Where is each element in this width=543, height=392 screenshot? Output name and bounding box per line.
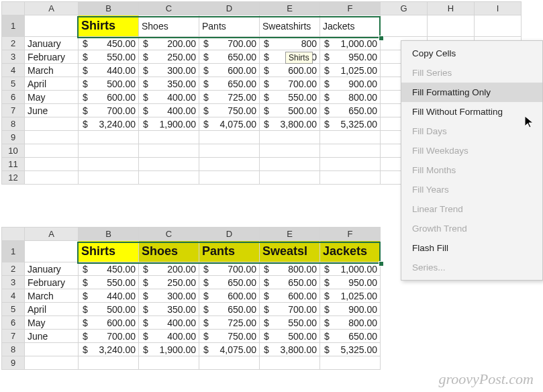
cell[interactable]	[320, 144, 381, 158]
cell[interactable]: January	[25, 37, 79, 50]
cell[interactable]: 800.00	[320, 316, 381, 330]
cell[interactable]: 600.00	[260, 64, 320, 77]
cell[interactable]: 800.00	[320, 91, 381, 104]
row-header[interactable]: 1	[2, 241, 25, 262]
cell[interactable]: 1,025.00	[320, 289, 381, 303]
cell-header-pants[interactable]: Pants	[199, 15, 260, 37]
cell-total[interactable]: 4,075.00	[199, 343, 260, 356]
col-header-A[interactable]: A	[25, 2, 79, 15]
cell[interactable]: 600.00	[260, 289, 320, 303]
row-header[interactable]: 8	[2, 343, 25, 356]
cell[interactable]	[139, 171, 199, 185]
cell[interactable]	[199, 131, 260, 144]
cell[interactable]	[25, 241, 79, 262]
cell[interactable]: 800	[260, 37, 320, 50]
cell[interactable]: April	[25, 303, 79, 316]
cell[interactable]	[79, 158, 139, 171]
cell[interactable]: 440.00	[79, 289, 139, 303]
menu-copy-cells[interactable]: Copy Cells	[401, 44, 542, 63]
cell[interactable]: June	[25, 330, 79, 343]
col-header-I[interactable]: I	[475, 2, 522, 15]
cell[interactable]	[79, 356, 139, 370]
cell[interactable]	[320, 131, 381, 144]
cell[interactable]: 1,025.00	[320, 64, 381, 77]
cell-total[interactable]: 1,900.00	[139, 117, 199, 131]
cell[interactable]	[139, 131, 199, 144]
cell[interactable]: 500.00	[260, 330, 320, 343]
row-header[interactable]: 10	[2, 144, 25, 158]
cell[interactable]: 700.00	[199, 262, 260, 276]
cell[interactable]: 750.00	[199, 104, 260, 117]
row-header[interactable]: 9	[2, 356, 25, 370]
cell[interactable]: 800.00	[260, 262, 320, 276]
row-header[interactable]: 4	[2, 289, 25, 303]
row-header[interactable]: 2	[2, 262, 25, 276]
cell[interactable]: April	[25, 77, 79, 91]
row-header[interactable]: 7	[2, 330, 25, 343]
cell[interactable]	[199, 356, 260, 370]
cell[interactable]: 300.00	[139, 64, 199, 77]
cell[interactable]: 200.00	[139, 37, 199, 50]
col-header-G[interactable]: G	[381, 2, 428, 15]
cell[interactable]	[199, 158, 260, 171]
cell[interactable]: 1,000.00	[320, 262, 381, 276]
cell[interactable]	[475, 15, 522, 37]
col-header-A[interactable]: A	[25, 228, 79, 241]
cell[interactable]: 650.00	[199, 303, 260, 316]
cell[interactable]: 700.00	[260, 77, 320, 91]
col-header-E[interactable]: E	[260, 2, 320, 15]
cell[interactable]: January	[25, 262, 79, 276]
cell[interactable]	[139, 158, 199, 171]
col-header-F[interactable]: F	[320, 2, 381, 15]
col-header-B[interactable]: B	[79, 228, 139, 241]
cell-header-jackets[interactable]: Jackets	[320, 15, 381, 37]
row-header[interactable]: 9	[2, 131, 25, 144]
cell[interactable]: 700.00	[260, 303, 320, 316]
cell[interactable]: 650.00	[320, 104, 381, 117]
fill-handle-icon[interactable]	[379, 261, 384, 266]
row-header[interactable]: 2	[2, 37, 25, 50]
cell[interactable]	[199, 144, 260, 158]
cell-total[interactable]: 5,325.00	[320, 117, 381, 131]
cell[interactable]: 700.00	[199, 37, 260, 50]
col-header-E[interactable]: E	[260, 228, 320, 241]
cell[interactable]: 1,000.00	[320, 37, 381, 50]
cell[interactable]: June	[25, 104, 79, 117]
cell[interactable]: May	[25, 91, 79, 104]
row-header[interactable]: 11	[2, 158, 25, 171]
cell[interactable]	[79, 144, 139, 158]
cell[interactable]: 650.00	[199, 50, 260, 64]
cell[interactable]: 650.00	[199, 276, 260, 289]
cell[interactable]: 500.00	[79, 303, 139, 316]
cell[interactable]	[428, 15, 475, 37]
cell[interactable]	[79, 131, 139, 144]
cell[interactable]	[320, 158, 381, 171]
cell[interactable]: 250.00	[139, 50, 199, 64]
row-header[interactable]: 8	[2, 117, 25, 131]
cell-total[interactable]: 4,075.00	[199, 117, 260, 131]
row-header[interactable]: 5	[2, 77, 25, 91]
row-header[interactable]: 3	[2, 276, 25, 289]
cell[interactable]: 440.00	[79, 64, 139, 77]
cell[interactable]: 700.00	[79, 330, 139, 343]
cell[interactable]: 200.00	[139, 262, 199, 276]
cell[interactable]: 550.00	[79, 50, 139, 64]
cell[interactable]	[139, 356, 199, 370]
cell[interactable]: 600.00	[79, 316, 139, 330]
cell[interactable]	[79, 171, 139, 185]
cell[interactable]: 900.00	[320, 303, 381, 316]
cell[interactable]: 300.00	[139, 289, 199, 303]
cell[interactable]: 900.00	[320, 77, 381, 91]
col-header-D[interactable]: D	[199, 228, 260, 241]
row-header[interactable]: 4	[2, 64, 25, 77]
row-header[interactable]: 6	[2, 91, 25, 104]
cell-total[interactable]: 1,900.00	[139, 343, 199, 356]
col-header-C[interactable]: C	[139, 228, 199, 241]
cell[interactable]	[25, 171, 79, 185]
cell[interactable]	[320, 356, 381, 370]
cell-total[interactable]: 3,240.00	[79, 343, 139, 356]
cell-header-pants[interactable]: Pants	[199, 241, 260, 262]
cell-total[interactable]: 5,325.00	[320, 343, 381, 356]
cell[interactable]: 600.00	[199, 64, 260, 77]
col-header-C[interactable]: C	[139, 2, 199, 15]
